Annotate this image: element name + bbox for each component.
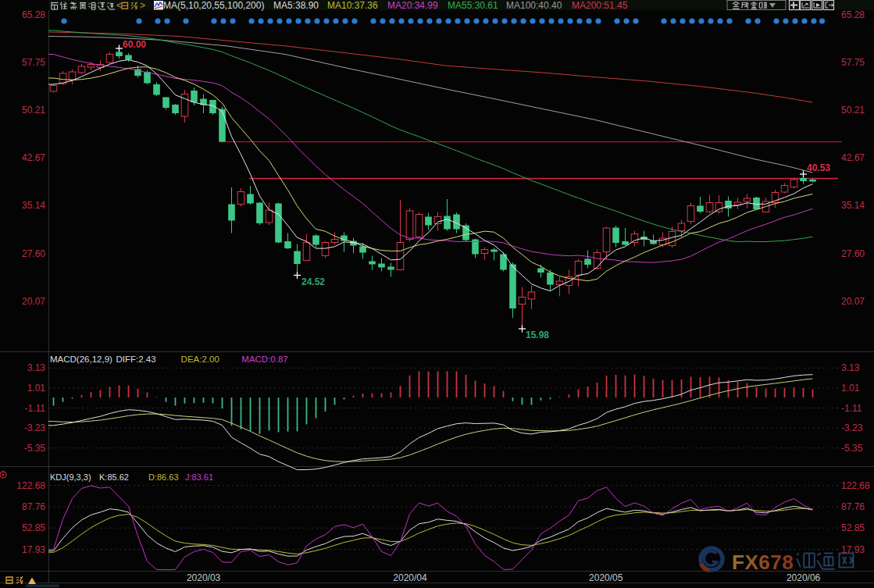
svg-text:MA200:51.45: MA200:51.45 xyxy=(572,0,628,11)
svg-text:MA(5,10,20,55,100,200): MA(5,10,20,55,100,200) xyxy=(163,0,264,11)
svg-text:>: > xyxy=(140,0,145,11)
svg-text:MA5:38.90: MA5:38.90 xyxy=(273,0,319,11)
svg-text:-5.35: -5.35 xyxy=(841,443,863,454)
svg-text:DIFF:2.43: DIFF:2.43 xyxy=(116,355,156,364)
svg-text:FX678: FX678 xyxy=(732,551,794,574)
svg-text:MACD:0.87: MACD:0.87 xyxy=(241,355,287,364)
svg-text:60.00: 60.00 xyxy=(123,39,146,50)
svg-text:87.76: 87.76 xyxy=(22,501,45,512)
svg-text:35.14: 35.14 xyxy=(841,200,865,211)
svg-text:42.67: 42.67 xyxy=(841,152,865,163)
svg-text:MA55:30.61: MA55:30.61 xyxy=(448,0,498,11)
svg-text:MA10:37.36: MA10:37.36 xyxy=(327,0,378,11)
svg-text:50.21: 50.21 xyxy=(841,105,865,116)
svg-text:KDJ(9,3,3): KDJ(9,3,3) xyxy=(50,472,91,482)
svg-text:57.75: 57.75 xyxy=(22,57,45,68)
svg-text:D:86.63: D:86.63 xyxy=(148,472,179,482)
svg-text:3.13: 3.13 xyxy=(841,362,860,373)
svg-text:MA20:34.99: MA20:34.99 xyxy=(387,0,438,11)
svg-text:122.68: 122.68 xyxy=(841,480,870,491)
svg-text:87.76: 87.76 xyxy=(841,501,865,512)
svg-text:42.67: 42.67 xyxy=(22,152,45,163)
svg-text:-3.23: -3.23 xyxy=(841,422,863,433)
svg-text:MA100:40.40: MA100:40.40 xyxy=(506,0,562,11)
svg-text:65.28: 65.28 xyxy=(841,9,865,20)
svg-text:-1.11: -1.11 xyxy=(841,403,862,414)
svg-text:K:85.62: K:85.62 xyxy=(99,472,129,482)
svg-text:20.07: 20.07 xyxy=(22,296,45,307)
svg-text:52.85: 52.85 xyxy=(22,522,45,533)
svg-text:35.14: 35.14 xyxy=(22,200,45,211)
svg-text:122.68: 122.68 xyxy=(16,480,45,491)
svg-text:2020/04: 2020/04 xyxy=(393,572,427,583)
svg-text:2020/03: 2020/03 xyxy=(187,572,221,583)
svg-text:-1.11: -1.11 xyxy=(25,403,46,414)
svg-text:24.52: 24.52 xyxy=(301,276,325,287)
svg-text:-3.23: -3.23 xyxy=(24,422,46,433)
svg-text:57.75: 57.75 xyxy=(841,57,865,68)
svg-text:40.53: 40.53 xyxy=(807,162,830,173)
svg-text:52.85: 52.85 xyxy=(841,522,865,533)
svg-text:15.98: 15.98 xyxy=(526,330,549,340)
svg-text:-5.35: -5.35 xyxy=(24,443,46,454)
svg-text:2020/05: 2020/05 xyxy=(589,572,623,583)
svg-text:17.93: 17.93 xyxy=(22,544,45,555)
svg-text:65.28: 65.28 xyxy=(22,9,45,20)
svg-text:J:83.61: J:83.61 xyxy=(185,472,213,482)
svg-text:3.13: 3.13 xyxy=(27,362,46,373)
svg-text:20.07: 20.07 xyxy=(841,296,865,307)
svg-text:1.01: 1.01 xyxy=(841,383,860,394)
svg-text:DEA:2.00: DEA:2.00 xyxy=(181,355,219,364)
svg-text:27.60: 27.60 xyxy=(841,248,865,259)
svg-text:50.21: 50.21 xyxy=(22,105,45,116)
svg-text:27.60: 27.60 xyxy=(22,248,45,259)
svg-text:<: < xyxy=(116,0,122,11)
svg-text:MACD(26,12,9): MACD(26,12,9) xyxy=(50,355,112,364)
svg-text:1.01: 1.01 xyxy=(27,383,46,394)
